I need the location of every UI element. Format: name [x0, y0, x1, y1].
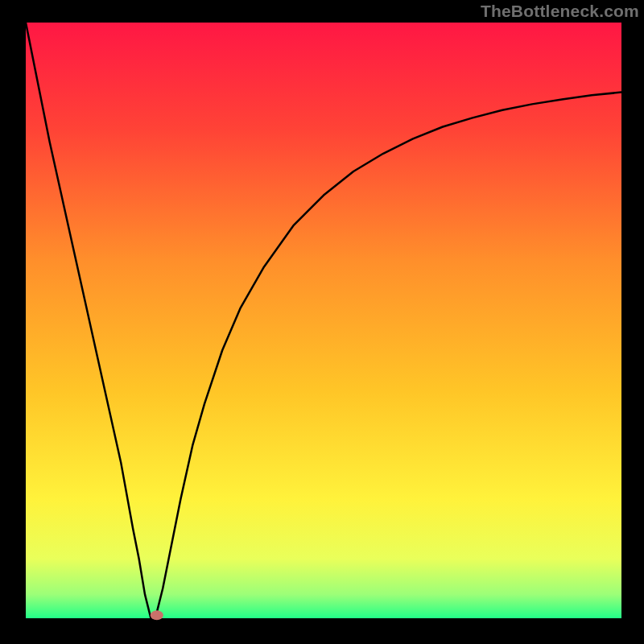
- bottleneck-chart: [0, 0, 644, 644]
- optimal-point-marker: [151, 610, 163, 620]
- watermark-text: TheBottleneck.com: [481, 2, 639, 21]
- plot-area: [26, 23, 621, 618]
